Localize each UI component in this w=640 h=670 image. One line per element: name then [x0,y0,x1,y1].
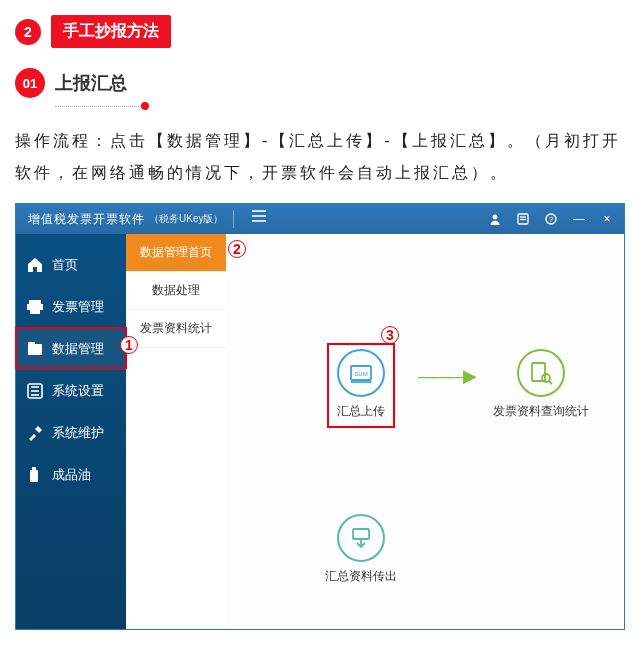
tile-summary-export[interactable]: 汇总资料传出 [316,514,406,585]
svg-point-24 [542,374,550,382]
note-icon[interactable] [514,210,532,228]
close-button[interactable]: × [598,210,616,228]
sidebar-item-home[interactable]: 首页 [16,244,126,286]
callout-1: 1 [120,336,138,354]
sliders-icon [26,382,44,400]
article-header: 2 手工抄报方法 [15,15,625,48]
svg-rect-12 [28,344,42,355]
svg-rect-10 [27,304,43,310]
main-canvas: SUM 汇总上传 ———▶ 发票资料查询统计 汇总资料传出 [226,234,624,629]
app-window: 增值税发票开票软件 （税务UKey版） ? — × [15,203,625,630]
divider-dotline [55,106,145,107]
sidebar-item-label: 系统设置 [52,382,104,400]
sidebar: 首页 发票管理 数据管理 系统设置 [16,234,126,629]
svg-text:SUM: SUM [354,371,367,377]
app-body: 首页 发票管理 数据管理 系统设置 [16,234,624,629]
user-icon[interactable] [486,210,504,228]
svg-rect-18 [30,470,38,482]
sidebar-item-oil[interactable]: 成品油 [16,454,126,496]
svg-rect-23 [532,363,545,381]
tile-label: 发票资料查询统计 [493,403,589,420]
minimize-button[interactable]: — [570,210,588,228]
svg-rect-11 [30,310,40,314]
hamburger-icon[interactable] [252,210,270,228]
svg-line-25 [549,381,552,384]
sidebar-item-maintenance[interactable]: 系统维护 [16,412,126,454]
svg-point-3 [493,215,498,220]
sidebar-item-label: 首页 [52,256,78,274]
titlebar-right: ? — × [486,210,616,228]
export-icon [337,514,385,562]
app-title: 增值税发票开票软件 [24,211,145,228]
titlebar-separator [233,210,234,228]
search-doc-icon [517,349,565,397]
svg-rect-19 [32,467,36,471]
tile-label: 汇总上传 [337,403,385,420]
oil-icon [26,466,44,484]
sidebar-item-label: 数据管理 [52,340,104,358]
svg-rect-13 [28,342,35,345]
sidebar-item-label: 成品油 [52,466,91,484]
step-header: 01 上报汇总 [15,68,625,98]
tile-label: 汇总资料传出 [325,568,397,585]
submenu-item-stats[interactable]: 发票资料统计 [126,310,226,348]
titlebar: 增值税发票开票软件 （税务UKey版） ? — × [16,204,624,234]
step-title: 上报汇总 [55,71,127,95]
instructions-text: 操作流程：点击【数据管理】-【汇总上传】-【上报汇总】。（月初打开软件，在网络通… [15,125,625,189]
sidebar-item-label: 发票管理 [52,298,104,316]
printer-icon [26,298,44,316]
tools-icon [26,424,44,442]
upload-icon: SUM [337,349,385,397]
badge-number: 2 [15,19,41,45]
home-icon [26,256,44,274]
step-number: 01 [15,68,45,98]
app-edition: （税务UKey版） [149,212,223,226]
submenu: 数据管理首页 数据处理 发票资料统计 [126,234,226,629]
sidebar-item-data[interactable]: 数据管理 [16,328,126,370]
folder-icon [26,340,44,358]
submenu-item-home[interactable]: 数据管理首页 [126,234,226,272]
svg-text:?: ? [549,215,554,224]
sidebar-item-invoice[interactable]: 发票管理 [16,286,126,328]
sidebar-item-settings[interactable]: 系统设置 [16,370,126,412]
submenu-item-process[interactable]: 数据处理 [126,272,226,310]
sidebar-item-label: 系统维护 [52,424,104,442]
svg-rect-9 [29,300,41,304]
callout-2: 2 [228,240,246,258]
arrow-icon: ———▶ [418,365,474,387]
callout-3: 3 [381,326,399,344]
tile-invoice-query[interactable]: 发票资料查询统计 [486,349,596,420]
badge-text: 手工抄报方法 [51,15,171,48]
tile-summary-upload[interactable]: SUM 汇总上传 [316,349,406,420]
svg-rect-26 [353,529,369,539]
help-icon[interactable]: ? [542,210,560,228]
